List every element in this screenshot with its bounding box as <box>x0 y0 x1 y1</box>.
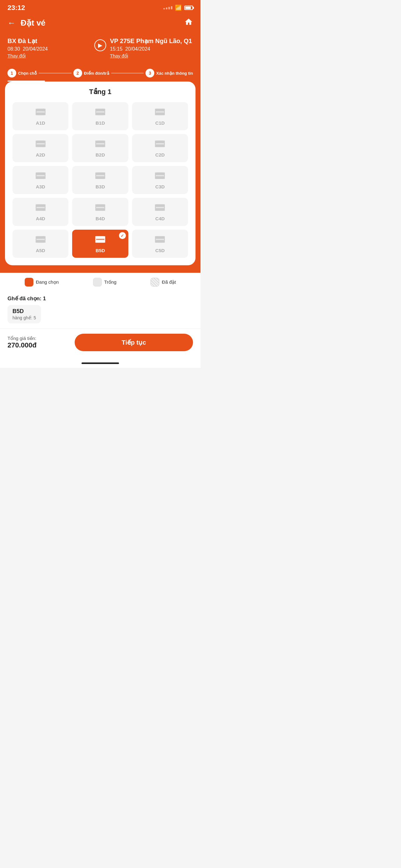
seat-label-B3D: B3D <box>96 184 105 189</box>
svg-rect-9 <box>96 112 105 112</box>
page-title: Đặt vé <box>21 18 179 28</box>
selected-info: Ghế đã chọn: 1 B5D hàng ghế: 5 <box>0 290 201 329</box>
seat-icon-B5D <box>95 236 106 247</box>
legend-label-booked: Đã đặt <box>162 279 176 285</box>
svg-rect-74 <box>156 239 164 240</box>
seat-A3D[interactable]: A3D <box>12 166 68 194</box>
svg-rect-5 <box>96 109 105 112</box>
seat-icon-A5D <box>35 236 46 247</box>
seat-B5D[interactable]: B5D ✓ <box>72 230 128 258</box>
signal-icon <box>163 6 172 9</box>
seat-B1D[interactable]: B1D <box>72 102 128 130</box>
seat-label-A4D: A4D <box>36 216 45 221</box>
seat-A2D[interactable]: A2D <box>12 134 68 162</box>
seat-C3D[interactable]: C3D <box>132 166 188 194</box>
seat-C5D[interactable]: C5D <box>132 230 188 258</box>
seat-icon-A3D <box>35 172 46 183</box>
header: ← Đặt vé <box>0 14 201 33</box>
step-2-circle: 2 <box>73 69 82 78</box>
selected-count: Ghế đã chọn: 1 <box>7 295 193 302</box>
route-arrow: ▶ <box>94 39 106 51</box>
seat-label-C1D: C1D <box>155 120 165 126</box>
seat-label-B1D: B1D <box>96 120 105 126</box>
seat-B3D[interactable]: B3D <box>72 166 128 194</box>
total-label: Tổng giá tiền: <box>7 336 70 341</box>
seat-label-B2D: B2D <box>96 152 105 157</box>
seat-card: Tầng 1 A1D <box>5 82 196 265</box>
selected-seat-tag: B5D hàng ghế: 5 <box>7 305 41 323</box>
svg-rect-6 <box>96 113 105 115</box>
step-1-circle: 1 <box>7 69 16 78</box>
svg-rect-1 <box>36 113 45 115</box>
seat-label-A2D: A2D <box>36 152 45 157</box>
svg-rect-60 <box>36 236 45 239</box>
svg-rect-4 <box>36 112 45 112</box>
battery-icon <box>184 6 193 10</box>
back-button[interactable]: ← <box>7 18 15 28</box>
svg-rect-11 <box>156 113 164 115</box>
total-section: Tổng giá tiền: 270.000đ <box>7 336 70 349</box>
seat-label-C3D: C3D <box>155 184 165 189</box>
seat-label-A3D: A3D <box>36 184 45 189</box>
status-icons: 📶 <box>163 4 193 11</box>
legend-dot-available <box>93 278 102 286</box>
svg-rect-15 <box>36 141 45 144</box>
floor-title: Tầng 1 <box>10 88 191 96</box>
svg-rect-26 <box>156 144 164 147</box>
total-price: 270.000đ <box>7 341 70 349</box>
seat-label-C2D: C2D <box>155 152 165 157</box>
svg-rect-56 <box>156 208 164 211</box>
seat-label-A5D: A5D <box>36 248 45 253</box>
svg-rect-70 <box>156 236 164 239</box>
steps-list: 1 Chọn chỗ 2 Điểm đón/trả 3 Xác nhận thô… <box>7 69 193 78</box>
seat-icon-C3D <box>154 172 166 183</box>
seat-icon-C1D <box>154 108 166 119</box>
seat-label-A1D: A1D <box>36 120 45 126</box>
svg-rect-39 <box>96 175 105 176</box>
seat-icon-A4D <box>35 204 46 215</box>
from-change-btn[interactable]: Thay đổi <box>7 53 91 59</box>
seat-A4D[interactable]: A4D <box>12 198 68 226</box>
home-button[interactable] <box>184 18 193 28</box>
to-change-btn[interactable]: Thay đổi <box>110 53 193 59</box>
footer: Tổng giá tiền: 270.000đ Tiếp tục <box>0 329 201 359</box>
seat-C1D[interactable]: C1D <box>132 102 188 130</box>
svg-rect-65 <box>96 236 105 239</box>
wifi-icon: 📶 <box>175 4 182 11</box>
seat-B2D[interactable]: B2D <box>72 134 128 162</box>
route-section: BX Đà Lạt 08:30 20/04/2024 Thay đổi ▶ VP… <box>0 33 201 65</box>
step-3: 3 Xác nhận thông tin <box>145 69 193 78</box>
home-indicator-area <box>0 359 201 368</box>
seat-B4D[interactable]: B4D <box>72 198 128 226</box>
svg-rect-71 <box>156 240 164 243</box>
svg-rect-20 <box>96 141 105 144</box>
continue-button[interactable]: Tiếp tục <box>75 334 193 351</box>
svg-rect-10 <box>156 109 164 112</box>
step-3-label: Xác nhận thông tin <box>156 71 193 75</box>
status-bar: 23:12 📶 <box>0 0 201 14</box>
seat-icon-C5D <box>154 236 166 247</box>
legend-available: Trống <box>93 278 116 286</box>
to-datetime: 15:15 20/04/2024 <box>110 46 193 52</box>
seat-label-C4D: C4D <box>155 216 165 221</box>
step-line-2 <box>111 73 144 73</box>
seat-A1D[interactable]: A1D <box>12 102 68 130</box>
legend-selected: Đang chọn <box>25 278 59 286</box>
svg-rect-51 <box>96 208 105 211</box>
seat-label-B4D: B4D <box>96 216 105 221</box>
legend-booked: Đã đặt <box>151 278 176 286</box>
seat-A5D[interactable]: A5D <box>12 230 68 258</box>
seat-icon-A1D <box>35 108 46 119</box>
seat-label-C5D: C5D <box>155 248 165 253</box>
svg-rect-21 <box>96 144 105 147</box>
seat-C4D[interactable]: C4D <box>132 198 188 226</box>
svg-rect-54 <box>96 207 105 208</box>
svg-rect-66 <box>96 240 105 243</box>
svg-rect-44 <box>156 175 164 176</box>
svg-rect-16 <box>36 144 45 147</box>
svg-rect-30 <box>36 173 45 175</box>
seat-C2D[interactable]: C2D <box>132 134 188 162</box>
selected-seat-name: B5D <box>12 308 36 315</box>
legend-dot-selected <box>25 278 33 286</box>
seat-icon-C2D <box>154 140 166 151</box>
